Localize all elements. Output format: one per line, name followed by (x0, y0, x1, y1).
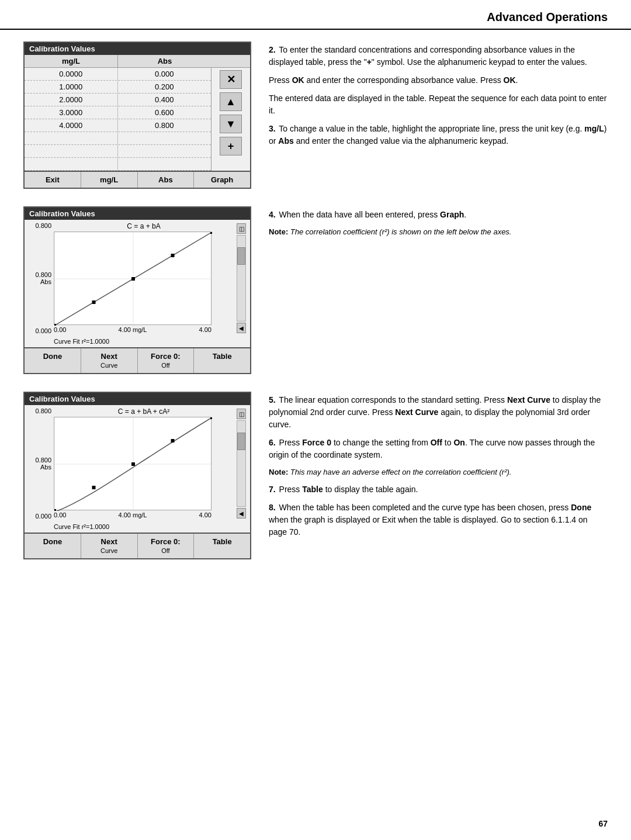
empty-row (25, 132, 211, 145)
step-4-note: Note: The correlation coefficient (r²) i… (269, 227, 608, 237)
cal-rows: 0.00000.0001.00000.2002.00000.4003.00000… (25, 68, 212, 171)
step-6: 6. Press Force 0 to change the setting f… (269, 437, 608, 461)
mgl-cell: 3.0000 (25, 106, 118, 119)
x-left-2: 0.00 (54, 511, 66, 518)
scroll-down-2[interactable]: ◀ (237, 508, 246, 518)
step-2b: Press OK and enter the corresponding abs… (269, 74, 608, 87)
scrollbar-1[interactable]: ◫ ◀ (236, 222, 247, 334)
step-2c: The entered data are displayed in the ta… (269, 92, 608, 117)
svg-rect-18 (54, 509, 56, 511)
force0-sub-1: Off (161, 362, 169, 369)
empty-cell (118, 158, 212, 170)
table-button-2[interactable]: Table (194, 534, 250, 558)
graph-canvas-2 (54, 417, 212, 510)
svg-rect-20 (131, 462, 135, 466)
graph-body-1: 0.800 0.800Abs 0.000 C = a + bA (25, 220, 250, 337)
cal-table-body: 0.00000.0001.00000.2002.00000.4003.00000… (25, 68, 250, 171)
scroll-track-1 (237, 235, 246, 322)
next-curve-sub-1: Curve (100, 362, 117, 369)
scroll-down-button[interactable]: ▼ (220, 115, 242, 133)
force0-button-1[interactable]: Force 0:Off (138, 348, 195, 373)
header-title: Advanced Operations (487, 11, 608, 23)
y-bottom-2: 0.000 (28, 513, 51, 520)
empty-cell (25, 145, 118, 157)
mgl-cell: 1.0000 (25, 81, 118, 93)
cal-title: Calibration Values (25, 43, 250, 55)
y-bottom-1: 0.000 (28, 327, 51, 334)
graph-svg-2 (54, 417, 212, 511)
empty-row (25, 145, 211, 158)
mgl-cell: 4.0000 (25, 119, 118, 132)
cal-footer: Exit mg/L Abs Graph (25, 171, 250, 188)
curve-fit-2: Curve Fit r²=1.0000 (25, 523, 250, 533)
calibration-table-widget: Calibration Values mg/L Abs 0.00000.0001… (23, 42, 251, 189)
abs-cell: 0.600 (118, 106, 212, 119)
step-7-num: 7. (269, 485, 276, 494)
step-2-num: 2. (269, 45, 276, 54)
y-top-2: 0.800 (28, 407, 51, 414)
add-button[interactable]: + (220, 137, 242, 155)
step-6-num: 6. (269, 438, 276, 447)
mgl-cell: 0.0000 (25, 68, 118, 80)
graph-svg-1 (54, 232, 212, 326)
force0-button-2[interactable]: Force 0:Off (138, 534, 195, 558)
graph-canvas-1 (54, 231, 212, 325)
mgl-button[interactable]: mg/L (81, 172, 138, 188)
delete-button[interactable]: ✕ (220, 70, 242, 89)
svg-rect-8 (92, 300, 96, 304)
done-button-2[interactable]: Done (25, 534, 81, 558)
empty-cell (25, 158, 118, 170)
step-3-num: 3. (269, 124, 276, 133)
section-1-left: Calibration Values mg/L Abs 0.00000.0001… (23, 42, 251, 189)
scroll-top-1[interactable]: ◫ (237, 223, 246, 234)
graph-equation-2: C = a + bA + cA² (54, 407, 234, 416)
abs-cell: 0.800 (118, 119, 212, 132)
abs-cell: 0.200 (118, 81, 212, 93)
x-mid-1: 4.00 mg/L (119, 326, 147, 333)
cal-sidebar[interactable]: ✕ ▲ ▼ + (212, 68, 250, 171)
exit-button[interactable]: Exit (25, 172, 81, 188)
table-row: 1.00000.200 (25, 81, 211, 94)
svg-rect-21 (171, 439, 175, 443)
empty-cell (25, 132, 118, 144)
table-row: 2.00000.400 (25, 94, 211, 106)
scroll-down-1[interactable]: ◀ (237, 323, 246, 333)
scroll-top-2[interactable]: ◫ (237, 409, 246, 419)
next-curve-sub-2: Curve (100, 547, 117, 554)
graph-body-2: 0.800 0.800Abs 0.000 C = a + bA + cA² (25, 405, 250, 522)
section-3-row: Calibration Values 0.800 0.800Abs 0.000 … (23, 392, 608, 559)
graph-title-1: Calibration Values (25, 208, 250, 220)
svg-rect-7 (54, 324, 56, 326)
svg-rect-11 (210, 232, 212, 234)
curve-fit-1: Curve Fit r²=1.0000 (25, 338, 250, 347)
graph-widget-2: Calibration Values 0.800 0.800Abs 0.000 … (23, 392, 251, 559)
svg-rect-19 (92, 486, 96, 489)
col-mgl-header: mg/L (25, 55, 118, 67)
table-row: 3.00000.600 (25, 106, 211, 119)
scroll-thumb-2 (237, 433, 245, 450)
done-button-1[interactable]: Done (25, 348, 81, 373)
x-right-2: 4.00 (199, 511, 212, 518)
step-5: 5. The linear equation corresponds to th… (269, 394, 608, 431)
mgl-cell: 2.0000 (25, 94, 118, 106)
abs-button[interactable]: Abs (138, 172, 195, 188)
y-labels-1: 0.800 0.800Abs 0.000 (28, 222, 54, 334)
table-button-1[interactable]: Table (194, 348, 250, 373)
page-header: Advanced Operations (0, 0, 631, 30)
next-curve-button-1[interactable]: NextCurve (81, 348, 138, 373)
table-row: 4.00000.800 (25, 119, 211, 132)
x-mid-2: 4.00 mg/L (119, 511, 147, 518)
svg-rect-22 (210, 417, 212, 419)
svg-rect-9 (131, 277, 135, 281)
scroll-thumb-1 (237, 247, 245, 265)
svg-rect-10 (171, 254, 175, 257)
graph-footer-2: Done NextCurve Force 0:Off Table (25, 533, 250, 558)
scrollbar-2[interactable]: ◫ ◀ (236, 407, 247, 520)
section-2-right: 4. When the data have all been entered, … (269, 206, 608, 374)
y-mid-1: 0.800Abs (28, 271, 51, 285)
scroll-up-button[interactable]: ▲ (220, 92, 242, 111)
graph-button[interactable]: Graph (194, 172, 250, 188)
next-curve-button-2[interactable]: NextCurve (81, 534, 138, 558)
x-labels-2: 0.00 4.00 mg/L 4.00 (54, 510, 212, 520)
table-row: 0.00000.000 (25, 68, 211, 81)
